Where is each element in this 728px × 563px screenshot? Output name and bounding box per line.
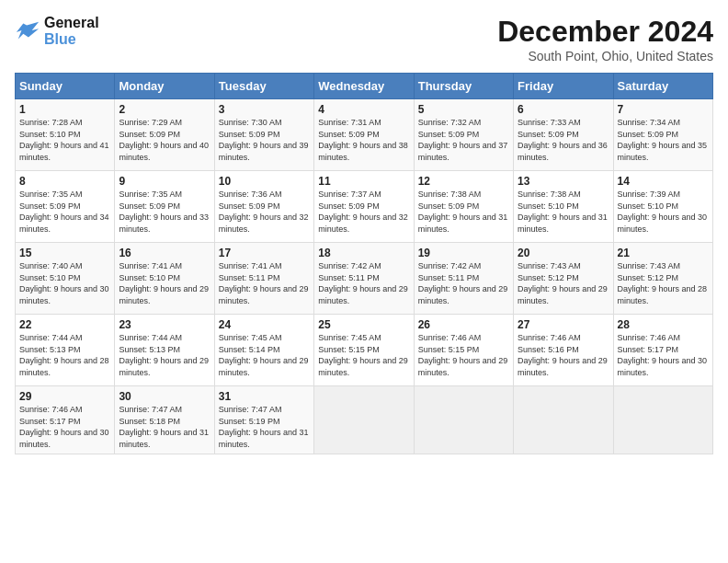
table-row: 12Sunrise: 7:38 AMSunset: 5:09 PMDayligh…	[414, 171, 513, 243]
table-row: 30Sunrise: 7:47 AMSunset: 5:18 PMDayligh…	[115, 386, 214, 454]
table-row	[613, 386, 712, 454]
col-tuesday: Tuesday	[214, 74, 313, 99]
table-row: 22Sunrise: 7:44 AMSunset: 5:13 PMDayligh…	[16, 315, 115, 386]
calendar-week-row: 22Sunrise: 7:44 AMSunset: 5:13 PMDayligh…	[16, 315, 713, 386]
table-row: 16Sunrise: 7:41 AMSunset: 5:10 PMDayligh…	[115, 243, 214, 315]
title-section: December 2024 South Point, Ohio, United …	[497, 15, 713, 63]
table-row: 23Sunrise: 7:44 AMSunset: 5:13 PMDayligh…	[115, 315, 214, 386]
table-row: 20Sunrise: 7:43 AMSunset: 5:12 PMDayligh…	[514, 243, 613, 315]
table-row: 31Sunrise: 7:47 AMSunset: 5:19 PMDayligh…	[214, 386, 313, 454]
col-wednesday: Wednesday	[314, 74, 414, 99]
table-row: 17Sunrise: 7:41 AMSunset: 5:11 PMDayligh…	[214, 243, 313, 315]
col-friday: Friday	[514, 74, 613, 99]
table-row: 14Sunrise: 7:39 AMSunset: 5:10 PMDayligh…	[613, 171, 712, 243]
calendar-week-row: 1Sunrise: 7:28 AMSunset: 5:10 PMDaylight…	[16, 99, 713, 171]
logo-line2: Blue	[44, 31, 99, 48]
logo-line1: General	[44, 15, 99, 31]
table-row: 29Sunrise: 7:46 AMSunset: 5:17 PMDayligh…	[16, 386, 115, 454]
table-row: 5Sunrise: 7:32 AMSunset: 5:09 PMDaylight…	[414, 99, 513, 171]
calendar-week-row: 15Sunrise: 7:40 AMSunset: 5:10 PMDayligh…	[16, 243, 713, 315]
col-sunday: Sunday	[16, 74, 115, 99]
calendar-header-row: Sunday Monday Tuesday Wednesday Thursday…	[16, 74, 713, 99]
table-row: 15Sunrise: 7:40 AMSunset: 5:10 PMDayligh…	[16, 243, 115, 315]
table-row	[314, 386, 414, 454]
table-row: 10Sunrise: 7:36 AMSunset: 5:09 PMDayligh…	[214, 171, 313, 243]
col-monday: Monday	[115, 74, 214, 99]
table-row: 9Sunrise: 7:35 AMSunset: 5:09 PMDaylight…	[115, 171, 214, 243]
table-row	[414, 386, 513, 454]
table-row: 21Sunrise: 7:43 AMSunset: 5:12 PMDayligh…	[613, 243, 712, 315]
svg-marker-0	[17, 21, 39, 39]
table-row: 13Sunrise: 7:38 AMSunset: 5:10 PMDayligh…	[514, 171, 613, 243]
table-row: 4Sunrise: 7:31 AMSunset: 5:09 PMDaylight…	[314, 99, 414, 171]
table-row: 19Sunrise: 7:42 AMSunset: 5:11 PMDayligh…	[414, 243, 513, 315]
calendar-title: December 2024	[497, 15, 713, 49]
table-row: 7Sunrise: 7:34 AMSunset: 5:09 PMDaylight…	[613, 99, 712, 171]
calendar-week-row: 8Sunrise: 7:35 AMSunset: 5:09 PMDaylight…	[16, 171, 713, 243]
logo: General Blue	[15, 15, 99, 47]
calendar-week-row: 29Sunrise: 7:46 AMSunset: 5:17 PMDayligh…	[16, 386, 713, 454]
col-thursday: Thursday	[414, 74, 513, 99]
table-row: 2Sunrise: 7:29 AMSunset: 5:09 PMDaylight…	[115, 99, 214, 171]
table-row: 1Sunrise: 7:28 AMSunset: 5:10 PMDaylight…	[16, 99, 115, 171]
table-row: 25Sunrise: 7:45 AMSunset: 5:15 PMDayligh…	[314, 315, 414, 386]
table-row: 8Sunrise: 7:35 AMSunset: 5:09 PMDaylight…	[16, 171, 115, 243]
table-row: 24Sunrise: 7:45 AMSunset: 5:14 PMDayligh…	[214, 315, 313, 386]
table-row: 6Sunrise: 7:33 AMSunset: 5:09 PMDaylight…	[514, 99, 613, 171]
table-row: 3Sunrise: 7:30 AMSunset: 5:09 PMDaylight…	[214, 99, 313, 171]
table-row: 28Sunrise: 7:46 AMSunset: 5:17 PMDayligh…	[613, 315, 712, 386]
header-section: General Blue December 2024 South Point, …	[15, 15, 713, 63]
table-row: 11Sunrise: 7:37 AMSunset: 5:09 PMDayligh…	[314, 171, 414, 243]
table-row: 18Sunrise: 7:42 AMSunset: 5:11 PMDayligh…	[314, 243, 414, 315]
table-row: 27Sunrise: 7:46 AMSunset: 5:16 PMDayligh…	[514, 315, 613, 386]
col-saturday: Saturday	[613, 74, 712, 99]
calendar-subtitle: South Point, Ohio, United States	[497, 49, 713, 63]
logo-icon	[15, 18, 40, 44]
table-row: 26Sunrise: 7:46 AMSunset: 5:15 PMDayligh…	[414, 315, 513, 386]
calendar-table: Sunday Monday Tuesday Wednesday Thursday…	[15, 73, 713, 454]
calendar-container: General Blue December 2024 South Point, …	[0, 0, 728, 462]
table-row	[514, 386, 613, 454]
